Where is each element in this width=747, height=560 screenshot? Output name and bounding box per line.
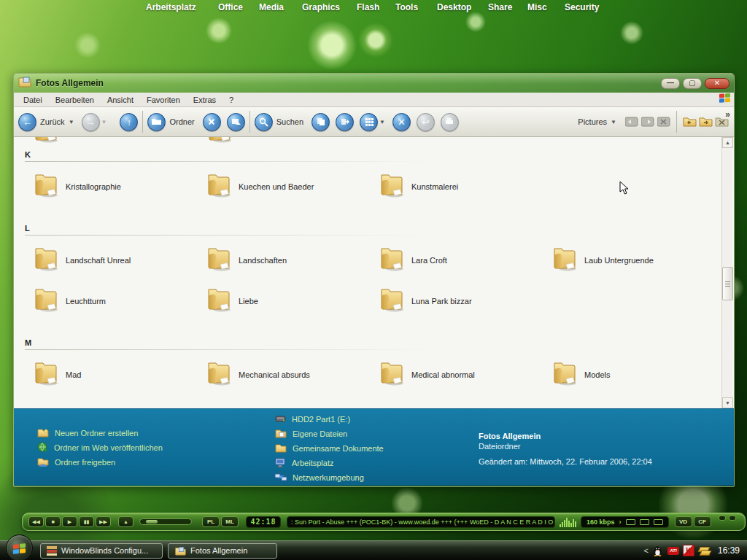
playlist-button[interactable]: PL <box>202 516 220 527</box>
folder-item[interactable]: Mad <box>32 358 205 391</box>
desktop-menu-tools[interactable]: Tools <box>395 2 418 12</box>
start-button[interactable] <box>6 534 33 560</box>
pause-button[interactable]: ▮▮ <box>79 516 94 527</box>
tray-collapse-chevron[interactable]: < <box>644 546 649 555</box>
minimize-button[interactable]: — <box>661 78 680 89</box>
folder-item[interactable]: Landschaft Unreal <box>32 244 205 276</box>
undo-button[interactable]: ↩ <box>417 113 435 131</box>
folder-next-icon[interactable] <box>699 117 712 127</box>
eject-button[interactable]: ▲ <box>118 516 133 527</box>
views-button[interactable] <box>360 113 378 131</box>
place-link[interactable]: Gemeinsame Dokumente <box>275 441 384 456</box>
folder-item[interactable]: Leuchtturm <box>32 284 205 317</box>
folders-label[interactable]: Ordner <box>169 117 194 126</box>
toolbar-overflow-chevron[interactable]: » <box>725 109 730 120</box>
filter-dropdown[interactable]: Pictures <box>578 117 607 126</box>
folder-item[interactable]: Laub Untergruende <box>551 244 724 276</box>
desktop-menu-media[interactable]: Media <box>259 2 284 12</box>
folder-item[interactable]: Luna Park bizzar <box>378 284 551 317</box>
desktop-menu-share[interactable]: Share <box>488 2 512 12</box>
folder-item[interactable]: Models <box>551 358 724 391</box>
folder-item[interactable]: Kunstmalerei <box>378 170 551 203</box>
place-link[interactable]: Netzwerkumgebung <box>275 470 384 485</box>
task-link[interactable]: Neuen Ordner erstellen <box>37 426 163 440</box>
back-button[interactable]: ← <box>18 113 36 131</box>
previous-track-button[interactable]: ◀◀ <box>28 516 44 527</box>
forward-dropdown-icon[interactable]: ▼ <box>101 119 107 125</box>
place-link[interactable]: Eigene Dateien <box>275 427 384 441</box>
stop-button[interactable]: ■ <box>45 516 61 527</box>
folder-view: ▲ ▼ KKristallographieKuechen und BaederK… <box>14 137 734 408</box>
desktop-menu-security[interactable]: Security <box>565 2 599 12</box>
desktop-menu-arbeitsplatz[interactable]: Arbeitsplatz <box>146 2 196 12</box>
folder-item[interactable]: Liebe <box>205 284 378 317</box>
taskbar-button-windowblinds[interactable]: WindowBlinds Configu... <box>40 543 163 559</box>
tools-button[interactable] <box>203 113 221 131</box>
play-button[interactable]: ▶ <box>62 516 77 527</box>
media-library-button[interactable]: ML <box>221 516 239 527</box>
menu-item-[interactable]: ? <box>222 94 240 106</box>
desktop-menu-graphics[interactable]: Graphics <box>302 2 340 12</box>
delete-button[interactable]: ✕ <box>392 113 411 131</box>
ati-tray-icon[interactable]: ATI <box>667 545 679 556</box>
folder-icon <box>32 287 59 312</box>
folder-item[interactable]: Lara Croft <box>378 244 551 276</box>
task-link[interactable]: Ordner im Web veröffentlichen <box>37 440 163 455</box>
image-prev-icon[interactable] <box>625 117 638 127</box>
antivirus-tray-icon[interactable]: K <box>683 545 694 556</box>
desktop-menu-desktop[interactable]: Desktop <box>437 2 471 12</box>
scroll-up-button[interactable]: ▲ <box>722 137 733 148</box>
shuffle-icon[interactable] <box>640 519 649 525</box>
search-label[interactable]: Suchen <box>276 117 303 126</box>
tux-penguin-tray-icon[interactable] <box>652 545 664 556</box>
desktop-menu-misc[interactable]: Misc <box>527 2 547 12</box>
back-dropdown-icon[interactable]: ▼ <box>69 119 74 125</box>
repeat-icon[interactable] <box>626 519 635 525</box>
folder-item[interactable]: Kuechen und Baeder <box>205 170 378 203</box>
scroll-down-button[interactable]: ▼ <box>722 397 733 408</box>
image-next-icon[interactable] <box>641 117 654 127</box>
move-to-button[interactable] <box>336 113 354 131</box>
filter-dropdown-icon[interactable]: ▼ <box>611 119 616 125</box>
window-folder-icon <box>18 76 31 90</box>
scrollbar-thumb[interactable] <box>722 267 733 300</box>
search-button[interactable] <box>255 113 273 131</box>
window-titlebar[interactable]: Fotos Allgemein — ▢ ✕ <box>14 74 734 93</box>
print-button[interactable] <box>441 113 459 131</box>
views-dropdown-icon[interactable]: ▼ <box>379 119 385 125</box>
folder-item[interactable]: Landschaften <box>205 244 378 276</box>
seek-slider[interactable] <box>139 518 192 525</box>
folder-prev-icon[interactable] <box>683 117 696 127</box>
folders-button[interactable] <box>147 113 166 131</box>
taskbar-button-fotos-allgemein[interactable]: Fotos Allgemein <box>168 543 277 559</box>
sync-button[interactable] <box>227 113 245 131</box>
start-windows-logo-icon <box>12 542 27 555</box>
menu-item-datei[interactable]: Datei <box>17 94 49 106</box>
config-button[interactable]: CF <box>694 516 711 527</box>
back-label[interactable]: Zurück <box>40 117 65 126</box>
taskbar-clock[interactable]: 16:39 <box>718 545 740 556</box>
task-link[interactable]: Ordner freigeben <box>37 455 163 470</box>
close-button[interactable]: ✕ <box>705 78 729 89</box>
folder-item[interactable]: Medical abnormal <box>378 358 551 391</box>
seek-knob[interactable] <box>146 520 158 524</box>
video-button[interactable]: VD <box>675 516 692 527</box>
maximize-button[interactable]: ▢ <box>683 78 702 89</box>
up-button[interactable]: ↑ <box>120 113 138 131</box>
menu-item-favoriten[interactable]: Favoriten <box>140 94 187 106</box>
menu-item-ansicht[interactable]: Ansicht <box>101 94 140 106</box>
desktop-menu-flash[interactable]: Flash <box>357 2 379 12</box>
folder-item[interactable]: Mechanical absurds <box>205 358 378 391</box>
menu-item-extras[interactable]: Extras <box>187 94 222 106</box>
next-track-button[interactable]: ▶▶ <box>96 516 111 527</box>
menu-item-bearbeiten[interactable]: Bearbeiten <box>49 94 101 106</box>
place-link[interactable]: HDD2 Part1 (E:) <box>275 412 384 427</box>
crossfade-icon[interactable] <box>654 519 663 525</box>
place-link[interactable]: Arbeitsplatz <box>275 456 384 470</box>
forward-button[interactable]: → <box>82 113 100 131</box>
gold-stack-tray-icon[interactable] <box>698 545 710 556</box>
folder-item[interactable]: Kristallographie <box>32 170 205 203</box>
copy-to-button[interactable] <box>311 113 330 131</box>
image-delete-icon[interactable] <box>657 117 670 127</box>
desktop-menu-office[interactable]: Office <box>218 2 243 12</box>
